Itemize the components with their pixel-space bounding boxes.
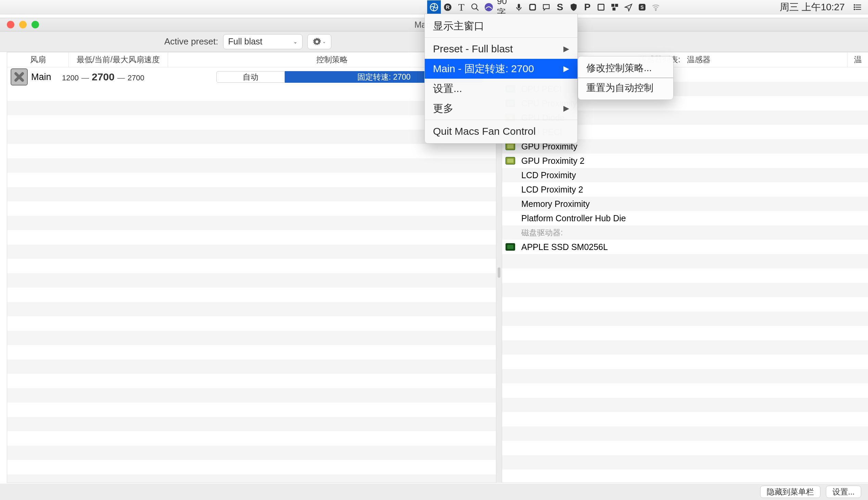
menu-quit[interactable]: Quit Macs Fan Control — [425, 122, 577, 141]
menu-preset[interactable]: Preset - Full blast▶ — [425, 39, 577, 59]
arrow-right-icon: ▶ — [564, 104, 569, 113]
fan-cur: 2700 — [92, 71, 115, 83]
svg-rect-10 — [598, 4, 604, 10]
svg-point-20 — [854, 4, 855, 5]
menu-settings[interactable]: 设置... — [425, 79, 577, 99]
sensor-row[interactable]: GPU Proximity 2 — [502, 154, 868, 168]
wifi-icon[interactable] — [649, 0, 663, 14]
r-circle-icon[interactable]: R — [441, 0, 455, 14]
shield-icon[interactable] — [567, 0, 580, 14]
hide-to-menubar-button[interactable]: 隐藏到菜单栏 — [760, 486, 821, 498]
sensor-group: 磁盘驱动器: — [502, 225, 868, 240]
chip-icon — [505, 243, 515, 251]
fan-row[interactable]: Main 1200 — 2700 — 2700 自动 固定转速: 2700 — [7, 67, 496, 87]
svg-rect-11 — [611, 4, 614, 7]
empty-row — [502, 469, 868, 483]
menu-main-fixed[interactable]: Main - 固定转速: 2700▶ — [425, 59, 577, 79]
minimize-button[interactable] — [19, 21, 27, 29]
empty-row — [502, 326, 868, 340]
mic-icon[interactable] — [512, 0, 526, 14]
preset-value: Full blast — [228, 37, 263, 46]
svg-point-3 — [472, 4, 477, 9]
chevron-down-icon: ⌄ — [293, 39, 298, 44]
submenu-reset[interactable]: 重置为自动控制 — [578, 78, 673, 98]
sensors-header-value[interactable]: 温 — [847, 54, 868, 65]
footer-settings-button[interactable]: 设置... — [826, 486, 861, 498]
wordcount-icon[interactable]: 90字 — [497, 0, 511, 14]
sensor-name: GPU Proximity 2 — [521, 156, 585, 166]
sensor-name: Platform Controller Hub Die — [521, 213, 626, 223]
svg-point-21 — [854, 7, 855, 7]
sensor-row[interactable]: Memory Proximity — [502, 197, 868, 211]
chip-icon — [505, 143, 515, 150]
sensor-name: LCD Proximity — [521, 170, 576, 180]
pieces-icon[interactable] — [608, 0, 622, 14]
svg-line-4 — [476, 8, 478, 11]
empty-row — [502, 340, 868, 355]
app-menu: 显示主窗口 Preset - Full blast▶ Main - 固定转速: … — [424, 14, 578, 144]
col-speed[interactable]: 最低/当前/最大风扇速度 — [69, 52, 168, 67]
clock[interactable]: 周三 上午10:27 — [780, 1, 845, 14]
svg-point-16 — [655, 10, 656, 11]
empty-row — [502, 283, 868, 297]
text-icon[interactable]: T — [455, 0, 468, 14]
empty-row — [502, 297, 868, 311]
fan-app-icon[interactable] — [427, 0, 441, 14]
s-icon[interactable]: S — [553, 0, 567, 14]
list-icon[interactable] — [851, 0, 865, 14]
fan-min: 1200 — [62, 73, 79, 82]
menu-more[interactable]: 更多▶ — [425, 99, 577, 118]
sensor-name: LCD Proximity 2 — [521, 185, 583, 195]
sensor-name: APPLE SSD SM0256L — [521, 242, 608, 252]
sensor-name: Memory Proximity — [521, 199, 590, 209]
empty-row — [502, 427, 868, 441]
empty-row — [502, 455, 868, 469]
sensor-row[interactable]: Platform Controller Hub Die — [502, 211, 868, 225]
centered-icon[interactable]: S — [635, 0, 649, 14]
arrow-right-icon: ▶ — [564, 64, 569, 73]
purple-app-icon[interactable] — [482, 0, 496, 14]
fans-header: 风扇 最低/当前/最大风扇速度 控制策略 — [7, 52, 496, 67]
gear-button[interactable]: ⌄ — [307, 34, 331, 49]
svg-point-22 — [854, 9, 855, 10]
chat-icon[interactable] — [539, 0, 553, 14]
preset-select[interactable]: Full blast ⌄ — [223, 34, 303, 49]
col-fan[interactable]: 风扇 — [7, 52, 69, 67]
dash: — — [81, 73, 89, 82]
arrow-right-icon: ▶ — [564, 44, 569, 53]
search-icon[interactable] — [468, 0, 482, 14]
sensor-row[interactable]: LCD Proximity 2 — [502, 182, 868, 197]
empty-row — [502, 254, 868, 269]
empty-row — [502, 269, 868, 283]
zoom-button[interactable] — [32, 21, 39, 29]
svg-text:S: S — [641, 4, 644, 10]
empty-row — [502, 398, 868, 412]
fan-name: Main — [31, 72, 58, 82]
empty-row — [502, 311, 868, 326]
chevron-down-icon: ⌄ — [322, 39, 326, 44]
screen-icon[interactable] — [526, 0, 539, 14]
sensor-row[interactable]: LCD Proximity — [502, 168, 868, 182]
seg-auto[interactable]: 自动 — [216, 71, 285, 83]
svg-rect-6 — [518, 4, 520, 8]
square-icon[interactable] — [594, 0, 608, 14]
p-icon[interactable]: P — [580, 0, 594, 14]
svg-rect-9 — [531, 5, 535, 9]
fan-speeds: 1200 — 2700 — 2700 — [62, 71, 144, 83]
svg-rect-12 — [615, 4, 618, 7]
footer: 隐藏到菜单栏 设置... — [0, 484, 868, 500]
menu-show-main[interactable]: 显示主窗口 — [425, 16, 577, 36]
submenu-modify[interactable]: 修改控制策略... — [578, 58, 673, 78]
sensor-row[interactable]: APPLE SSD SM0256L — [502, 240, 868, 254]
fan-icon — [11, 68, 28, 86]
fans-panel: 风扇 最低/当前/最大风扇速度 控制策略 Main 1200 — 2700 — … — [7, 52, 496, 483]
dash: — — [118, 73, 125, 82]
app-submenu: 修改控制策略... 重置为自动控制 — [578, 56, 674, 100]
empty-row — [502, 355, 868, 369]
close-button[interactable] — [7, 21, 14, 29]
plane-icon[interactable] — [622, 0, 635, 14]
sensors-label-text: 温感器 — [687, 54, 711, 65]
empty-row — [502, 383, 868, 398]
empty-row — [502, 369, 868, 383]
svg-rect-13 — [613, 8, 616, 11]
